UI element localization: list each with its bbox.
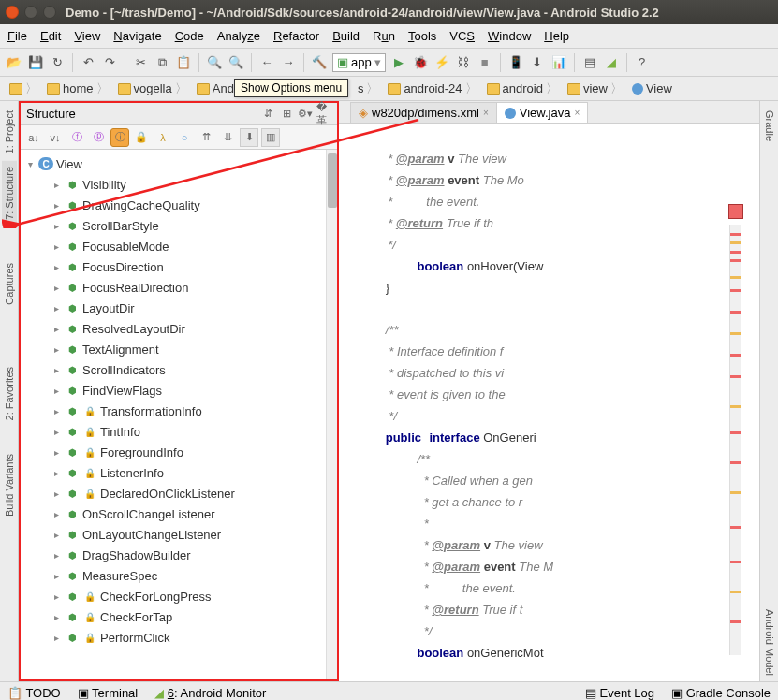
code-editor[interactable]: * @param v The view * @param event The M… (339, 124, 759, 681)
crumb-class[interactable]: View (628, 81, 676, 95)
tree-node[interactable]: ▸⬢🔒ForegroundInfo (21, 442, 337, 462)
expand-all-icon[interactable]: ⊞ (279, 107, 294, 122)
tree-node[interactable]: ▸⬢MeasureSpec (21, 565, 337, 586)
structure-tree[interactable]: ▾ C View ▸⬢Visibility▸⬢DrawingCacheQuali… (21, 150, 337, 679)
tree-node[interactable]: ▸⬢🔒TintInfo (21, 421, 337, 442)
tree-node[interactable]: ▸⬢OnScrollChangeListener (21, 503, 337, 524)
ddms-icon[interactable]: 📊 (550, 54, 567, 71)
expand-arrow-icon[interactable]: ▸ (54, 200, 62, 211)
error-indicator-icon[interactable] (728, 204, 743, 219)
show-anon-icon[interactable]: 🔒 (132, 128, 151, 147)
expand-arrow-icon[interactable]: ▸ (54, 365, 62, 375)
collapse-icon[interactable]: ⇊ (218, 128, 237, 147)
gradle-console-tab[interactable]: ▣ Gradle Console (671, 686, 771, 700)
expand-arrow-icon[interactable]: ▸ (54, 571, 62, 581)
expand-arrow-icon[interactable]: ▸ (54, 303, 62, 314)
show-lambda-icon[interactable]: λ (154, 128, 172, 147)
replace-icon[interactable]: 🔍 (228, 54, 244, 71)
menu-file[interactable]: File (7, 29, 27, 43)
scrollbar-thumb[interactable] (328, 153, 337, 208)
structure-icon[interactable]: ▤ (581, 54, 598, 71)
menu-window[interactable]: Window (488, 29, 531, 43)
expand-arrow-icon[interactable]: ▸ (54, 591, 62, 602)
crumb-android24[interactable]: android-24〉 (384, 80, 480, 97)
expand-arrow-icon[interactable]: ▸ (54, 406, 62, 416)
avd-icon[interactable]: 📱 (507, 54, 524, 71)
tree-node-root[interactable]: ▾ C View (21, 153, 337, 174)
crumb-view[interactable]: view〉 (564, 80, 626, 97)
expand-arrow-icon[interactable]: ▸ (54, 530, 62, 540)
expand-arrow-icon[interactable]: ▸ (54, 427, 62, 437)
menu-refactor[interactable]: Refactor (273, 29, 319, 43)
tree-node[interactable]: ▸⬢DragShadowBuilder (21, 545, 337, 565)
show-fields-icon[interactable]: ⓕ (67, 128, 86, 147)
forward-icon[interactable]: → (280, 54, 297, 71)
expand-arrow-icon[interactable]: ▸ (54, 489, 62, 499)
menu-analyze[interactable]: Analyze (217, 29, 260, 43)
undo-icon[interactable]: ↶ (80, 54, 96, 71)
stop-icon[interactable]: ■ (477, 54, 493, 71)
expand-arrow-icon[interactable]: ▸ (54, 612, 62, 622)
tree-node[interactable]: ▸⬢LayoutDir (21, 298, 337, 318)
run-config-combo[interactable]: ▣app▾ (332, 53, 386, 72)
menu-navigate[interactable]: Navigate (113, 29, 161, 43)
scroll-from-source-icon[interactable]: ⇵ (260, 107, 275, 122)
close-tab-icon[interactable]: × (483, 108, 489, 118)
menu-run[interactable]: Run (373, 29, 395, 43)
scrollbar[interactable] (326, 150, 337, 679)
rail-build-variants[interactable]: Build Variants (2, 448, 17, 522)
redo-icon[interactable]: ↷ (101, 54, 118, 71)
android-icon[interactable]: ◢ (603, 54, 620, 71)
close-tab-icon[interactable]: × (574, 108, 580, 118)
menu-code[interactable]: Code (175, 29, 204, 43)
back-icon[interactable]: ← (258, 54, 275, 71)
tree-node[interactable]: ▸⬢DrawingCacheQuality (21, 195, 337, 215)
tree-node[interactable]: ▸⬢🔒TransformationInfo (21, 401, 337, 421)
expand-arrow-icon[interactable]: ▸ (54, 344, 62, 355)
menu-build[interactable]: Build (332, 29, 360, 43)
android-monitor-tab[interactable]: ◢ 6: Android Monitor (154, 686, 266, 700)
attach-icon[interactable]: ⛓ (455, 54, 472, 71)
expand-arrow-icon[interactable]: ▸ (54, 324, 62, 334)
expand-arrow-icon[interactable]: ▸ (54, 468, 62, 478)
crumb-vogella[interactable]: vogella〉 (114, 80, 191, 97)
gear-icon[interactable]: ⚙▾ (298, 107, 313, 122)
expand-arrow-icon[interactable]: ▾ (28, 159, 36, 169)
menu-help[interactable]: Help (544, 29, 569, 43)
tree-node[interactable]: ▸⬢🔒CheckForLongPress (21, 586, 337, 606)
tree-node[interactable]: ▸⬢TextAlignment (21, 339, 337, 359)
autoscroll-icon[interactable]: ○ (175, 128, 194, 147)
run-icon[interactable]: ▶ (390, 54, 407, 71)
tree-node[interactable]: ▸⬢ScrollBarStyle (21, 215, 337, 236)
maximize-window-button[interactable] (43, 6, 56, 19)
tree-node[interactable]: ▸⬢ResolvedLayoutDir (21, 318, 337, 339)
expand-arrow-icon[interactable]: ▸ (54, 633, 62, 643)
expand-arrow-icon[interactable]: ▸ (54, 180, 62, 190)
tree-node[interactable]: ▸⬢🔒CheckForTap (21, 606, 337, 627)
help-icon[interactable]: ? (634, 54, 651, 71)
menu-view[interactable]: View (74, 29, 100, 43)
crumb-root[interactable]: 〉 (6, 80, 41, 97)
sdk-icon[interactable]: ⬇ (529, 54, 546, 71)
tree-node[interactable]: ▸⬢FocusRealDirection (21, 277, 337, 298)
crumb-and[interactable]: And (193, 81, 238, 95)
find-icon[interactable]: 🔍 (206, 54, 223, 71)
expand-icon[interactable]: ⇈ (197, 128, 215, 147)
tree-node[interactable]: ▸⬢🔒PerformClick (21, 627, 337, 648)
menu-tools[interactable]: Tools (408, 29, 436, 43)
tab-view-java[interactable]: View.java × (496, 102, 589, 123)
tree-node[interactable]: ▸⬢🔒DeclaredOnClickListener (21, 483, 337, 503)
hide-icon[interactable]: �革 (316, 107, 331, 122)
make-icon[interactable]: 🔨 (311, 54, 328, 71)
expand-arrow-icon[interactable]: ▸ (54, 241, 62, 252)
expand-arrow-icon[interactable]: ▸ (54, 262, 62, 272)
expand-arrow-icon[interactable]: ▸ (54, 550, 62, 561)
tree-node[interactable]: ▸⬢OnLayoutChangeListener (21, 524, 337, 545)
menu-vcs[interactable]: VCS (449, 29, 475, 43)
tree-node[interactable]: ▸⬢ScrollIndicators (21, 359, 337, 380)
error-stripe[interactable] (729, 225, 741, 655)
expand-arrow-icon[interactable]: ▸ (54, 386, 62, 396)
rail-gradle[interactable]: Gradle (762, 105, 777, 147)
tree-node[interactable]: ▸⬢Visibility (21, 174, 337, 195)
open-icon[interactable]: 📂 (6, 54, 22, 71)
